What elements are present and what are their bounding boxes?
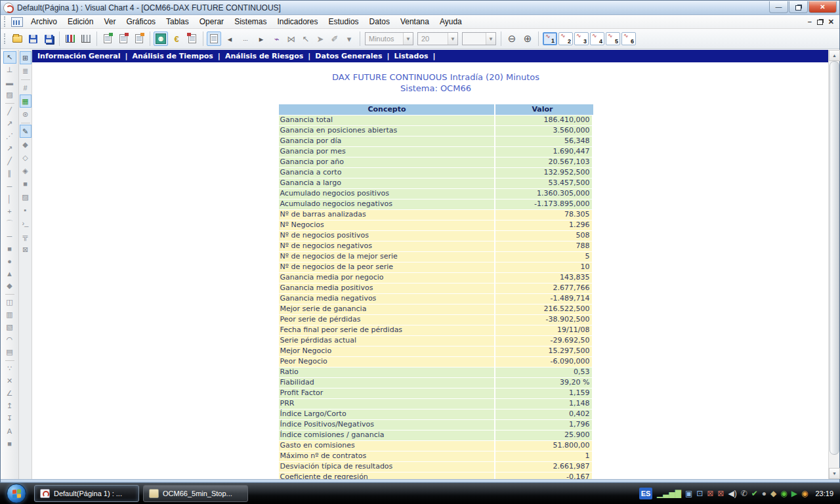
menu-item[interactable]: Operar [194, 16, 229, 28]
taskbar-button[interactable]: OCM66_5min_Stop... [143, 485, 248, 502]
close-box-tool[interactable]: ⊠ [20, 243, 32, 256]
open-button[interactable] [10, 32, 24, 46]
nav-more-button[interactable]: ... [238, 32, 253, 46]
grid-tool[interactable]: # [20, 81, 32, 94]
nav-tab[interactable]: Datos Generales [315, 52, 382, 60]
chart-disabled-button[interactable] [79, 32, 93, 46]
cross-tool[interactable]: + [3, 205, 16, 217]
draw-pointer-tool[interactable]: ✎ [20, 125, 32, 138]
menu-item[interactable]: Ver [98, 16, 121, 28]
pen-tool-icon[interactable]: ✐ [327, 32, 342, 46]
menu-item[interactable]: Estudios [324, 16, 364, 28]
dotted-line-tool[interactable]: ⋰ [3, 130, 16, 142]
hatch-rect-tool[interactable]: ▨ [3, 89, 16, 101]
calendar-button[interactable] [185, 32, 200, 46]
window-layout-tool[interactable]: ⊞ [20, 51, 32, 64]
nav-tab[interactable]: Listados [394, 52, 429, 60]
maximize-button[interactable] [789, 1, 808, 13]
scatter-tool[interactable]: ∵ [3, 362, 16, 375]
chart-window-1[interactable]: 1 [543, 32, 557, 45]
menu-item[interactable]: Gráficos [121, 16, 161, 28]
arrow-up-tool[interactable]: ↥ [3, 400, 16, 412]
menu-item[interactable]: Datos [364, 16, 395, 28]
toolbar-grip[interactable] [4, 16, 7, 27]
gann-tool[interactable]: ▧ [3, 321, 16, 333]
arrow-down-tool[interactable]: ↧ [3, 412, 16, 425]
document-icon[interactable] [11, 17, 23, 27]
pen-dropdown-icon[interactable]: ▾ [342, 32, 356, 46]
pin-tool[interactable]: ⊥ [3, 64, 16, 76]
radio-signal-icon[interactable]: ◉ [801, 490, 808, 497]
menu-item[interactable]: Sistemas [229, 16, 272, 28]
bar-tool[interactable]: ▬ [3, 76, 16, 89]
monitor-icon[interactable]: ⊡ [696, 490, 703, 497]
triangle-tool[interactable]: ▲ [3, 267, 16, 280]
device-alert-icon[interactable]: ✆ [741, 490, 747, 497]
nav-forward-button[interactable]: ▸ [254, 32, 268, 46]
zoom-out-button[interactable]: ⊖ [505, 32, 519, 46]
nav-tab[interactable]: Análisis de Riesgos [225, 52, 303, 60]
nav-tab[interactable]: Información General [37, 52, 120, 60]
trend-line-tool[interactable]: ↗ [3, 117, 16, 130]
hline2-tool[interactable]: ─ [3, 230, 16, 242]
menu-item[interactable]: Ayuda [434, 16, 467, 28]
system-analysis-button[interactable]: ⚉ [154, 32, 168, 46]
menu-item[interactable]: Tablas [161, 16, 194, 28]
compression-dropdown[interactable]: 20▼ [417, 32, 458, 45]
page-red-button[interactable] [116, 32, 131, 46]
page-green-button[interactable] [100, 32, 115, 46]
close-button[interactable]: ✕ [808, 1, 837, 13]
crossed-lines-tool[interactable]: ✕ [3, 375, 16, 387]
chart-window-6[interactable]: 6 [621, 32, 636, 45]
start-button[interactable] [7, 484, 26, 503]
sphere-icon[interactable]: ● [762, 490, 766, 497]
crossed-chart-icon[interactable]: ⋈ [284, 32, 299, 46]
grid-lines-tool[interactable]: ▥ [3, 308, 16, 321]
globe-tool[interactable]: ⊛ [20, 108, 32, 121]
toolbar-grip[interactable] [4, 33, 7, 44]
vertical-line-tool[interactable]: │ [3, 192, 16, 205]
notes-tool[interactable]: ▤ [3, 346, 16, 358]
square-solid-tool[interactable]: ■ [20, 177, 32, 190]
menu-item[interactable]: Edición [62, 16, 98, 28]
scrollbar-thumb[interactable] [830, 61, 839, 455]
preview-button[interactable] [207, 32, 221, 46]
broker-button[interactable]: € [169, 32, 184, 46]
signal-strength-icon[interactable]: ▁▃▅▇ [657, 490, 681, 497]
new-chart-button[interactable] [63, 32, 77, 46]
usb-safely-remove-icon[interactable]: ✔ [751, 490, 758, 497]
vertical-scrollbar[interactable]: ▲ ▼ [828, 50, 839, 479]
network-disconnected-icon[interactable]: ⊠ [707, 490, 713, 497]
save-all-button[interactable] [41, 32, 56, 46]
language-indicator[interactable]: ES [639, 488, 652, 499]
status-green-icon[interactable]: ◉ [780, 490, 787, 497]
text-tool[interactable]: A [3, 425, 16, 437]
network-disconnected2-icon[interactable]: ⊠ [717, 490, 724, 497]
select-tool[interactable]: ↖ [3, 51, 16, 64]
page-orange-button[interactable] [132, 32, 146, 46]
scroll-up-icon[interactable]: ▲ [829, 50, 840, 61]
zoom-in-button[interactable]: ⊕ [520, 32, 535, 46]
data-window-icon[interactable]: ⌁ [270, 32, 284, 46]
horizontal-line-tool[interactable]: ─ [3, 180, 16, 192]
arc-tool[interactable]: ⌒ [3, 217, 16, 230]
chart-window-3[interactable]: 3 [574, 32, 589, 45]
taskbar-button[interactable]: Default(Página 1) : ... [34, 485, 139, 502]
rectangle-tool[interactable]: ■ [3, 242, 16, 255]
cycle-lines-tool[interactable]: ◫ [3, 296, 16, 308]
green-grid-tool[interactable]: ▦ [20, 94, 32, 108]
title-bar[interactable]: Default(Página 1) : Visual Chart 4 - [OC… [1, 1, 839, 15]
arrow-line-tool[interactable]: ↗ [3, 142, 16, 155]
console-tool[interactable]: ›_ [20, 217, 32, 230]
minimize-button[interactable]: — [769, 1, 788, 13]
square-hatch-tool[interactable]: ▨ [20, 190, 32, 203]
chart-window-5[interactable]: 5 [606, 32, 620, 45]
shell-icon[interactable]: ◆ [770, 490, 776, 497]
nav-back-button[interactable]: ◂ [222, 32, 237, 46]
tree-tool[interactable]: ╦ [20, 230, 32, 243]
pointer-fill-icon[interactable]: ➤ [313, 32, 327, 46]
parallel-lines-tool[interactable]: ∥ [3, 167, 16, 180]
menu-item[interactable]: Ventana [395, 16, 434, 28]
mdi-restore-button[interactable] [817, 20, 823, 25]
volume-icon[interactable]: ◀) [728, 490, 736, 497]
